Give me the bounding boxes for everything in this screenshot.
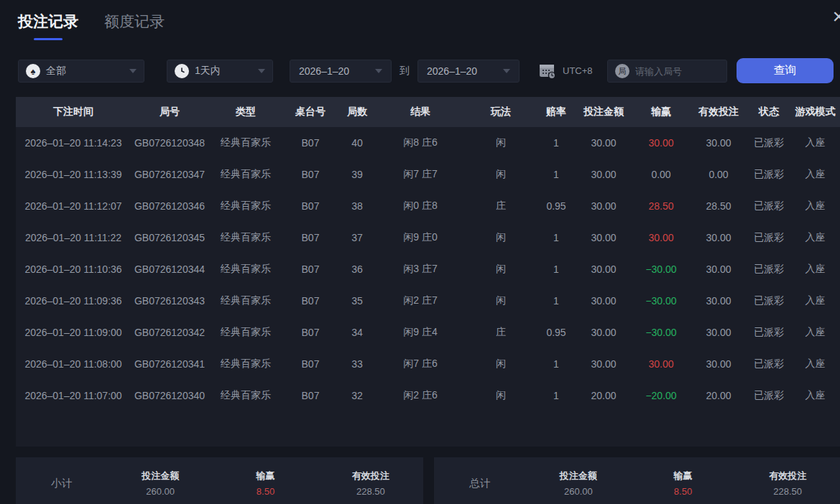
round-icon: 局 (615, 64, 629, 78)
spade-icon: ♠ (26, 64, 40, 78)
cell-game-type: 经典百家乐 (208, 231, 283, 244)
cell-bet-amount: 30.00 (575, 263, 632, 275)
cell-round-count: 33 (338, 358, 377, 370)
cell-bet-time: 2026–01–20 11:08:00 (16, 358, 131, 370)
cell-bet-amount: 30.00 (575, 169, 632, 180)
clock-icon (175, 64, 189, 78)
cell-status: 已派彩 (747, 136, 790, 149)
cell-odds: 1 (537, 390, 575, 401)
cell-result: 闲2 庄6 (377, 389, 464, 402)
cell-round-no: GB0726120346 (131, 200, 208, 212)
cell-valid-bet: 30.00 (690, 295, 747, 307)
cell-game-type: 经典百家乐 (208, 263, 283, 276)
cell-game-mode: 入座 (790, 263, 840, 276)
subtotal-valid-bet: 有效投注 228.50 (318, 470, 423, 497)
cell-odds: 1 (537, 295, 575, 307)
cell-valid-bet: 0.00 (690, 169, 747, 180)
cell-table-no: B07 (283, 232, 338, 243)
tab-bet-records[interactable]: 投注记录 (18, 11, 78, 40)
column-header: 赔率 (537, 106, 575, 118)
cell-game-type: 经典百家乐 (208, 326, 283, 339)
cell-game-mode: 入座 (790, 136, 840, 149)
game-type-dropdown[interactable]: ♠ 全部 (18, 60, 144, 83)
subtotal-bet-label: 投注金额 (108, 470, 213, 482)
cell-bet-amount: 30.00 (575, 358, 632, 370)
cell-bet-amount: 30.00 (575, 327, 632, 338)
cell-table-no: B07 (283, 327, 338, 338)
query-button[interactable]: 查询 (737, 58, 834, 83)
calendar-clock-icon[interactable] (537, 61, 556, 80)
round-number-field: 局 (607, 60, 727, 83)
column-header: 类型 (208, 106, 283, 118)
cell-valid-bet: 20.00 (690, 390, 747, 401)
tab-bar: 投注记录 额度记录 (18, 11, 165, 40)
bet-records-table: 下注时间局号类型桌台号局数结果玩法赔率投注金额输赢有效投注状态游戏模式 2026… (16, 97, 840, 447)
cell-result: 闲7 庄7 (377, 168, 464, 181)
cell-result: 闲9 庄0 (377, 231, 464, 244)
column-header: 下注时间 (16, 106, 131, 118)
column-header: 有效投注 (690, 106, 747, 118)
cell-play: 闲 (464, 136, 537, 149)
cell-table-no: B07 (283, 263, 338, 275)
cell-round-count: 40 (338, 137, 377, 149)
subtotal-panel: 小计 投注金额 260.00 输赢 8.50 有效投注 228.50 (16, 457, 423, 504)
cell-round-count: 37 (338, 232, 377, 243)
timezone-label: UTC+8 (563, 65, 593, 76)
total-winloss: 输赢 8.50 (631, 470, 736, 497)
cell-bet-amount: 20.00 (575, 390, 632, 401)
date-from-picker[interactable]: 2026–1–20 (290, 60, 392, 83)
cell-round-no: GB0726120342 (131, 327, 208, 338)
cell-round-no: GB0726120341 (131, 358, 208, 370)
cell-game-mode: 入座 (790, 389, 840, 402)
cell-play: 闲 (464, 358, 537, 370)
column-header: 输赢 (632, 106, 690, 118)
cell-valid-bet: 28.50 (690, 200, 747, 212)
cell-bet-amount: 30.00 (575, 137, 632, 149)
cell-valid-bet: 30.00 (690, 327, 747, 338)
round-number-input[interactable] (635, 66, 714, 77)
cell-bet-time: 2026–01–20 11:13:39 (16, 169, 131, 180)
total-winloss-label: 输赢 (631, 470, 736, 482)
cell-winloss: 30.00 (632, 137, 690, 149)
cell-round-count: 38 (338, 200, 377, 212)
date-to-value: 2026–1–20 (427, 65, 477, 77)
cell-bet-time: 2026–01–20 11:14:23 (16, 137, 131, 149)
tab-quota-records[interactable]: 额度记录 (104, 11, 165, 40)
cell-winloss: −20.00 (632, 390, 690, 401)
cell-game-mode: 入座 (790, 168, 840, 181)
cell-round-no: GB0726120345 (131, 232, 208, 243)
time-range-dropdown[interactable]: 1天内 (167, 60, 273, 83)
cell-odds: 1 (537, 263, 575, 275)
cell-play: 闲 (464, 231, 537, 244)
cell-status: 已派彩 (747, 389, 790, 402)
column-header: 状态 (747, 106, 790, 118)
cell-winloss: 28.50 (632, 200, 690, 212)
cell-winloss: −30.00 (632, 295, 690, 307)
date-to-label: 到 (400, 65, 410, 78)
cell-status: 已派彩 (747, 294, 790, 307)
subtotal-bet-value: 260.00 (108, 486, 213, 497)
table-row: 2026–01–20 11:09:00 GB0726120342 经典百家乐 B… (16, 317, 840, 348)
total-winloss-value: 8.50 (631, 486, 736, 497)
close-icon[interactable]: × (832, 6, 840, 27)
cell-table-no: B07 (283, 295, 338, 307)
date-to-picker[interactable]: 2026–1–20 (417, 60, 520, 83)
cell-bet-time: 2026–01–20 11:07:00 (16, 390, 131, 401)
cell-bet-time: 2026–01–20 11:09:36 (16, 295, 131, 307)
subtotal-winloss-label: 输赢 (213, 470, 318, 482)
total-bet-label: 投注金额 (526, 470, 631, 482)
cell-bet-time: 2026–01–20 11:09:00 (16, 327, 131, 338)
total-valid-value: 228.50 (735, 486, 840, 497)
cell-round-no: GB0726120347 (131, 169, 208, 180)
total-title: 总计 (434, 477, 526, 490)
subtotal-winloss-value: 8.50 (213, 486, 318, 497)
time-range-value: 1天内 (195, 65, 221, 78)
chevron-down-icon (258, 69, 265, 73)
cell-status: 已派彩 (747, 263, 790, 276)
table-row: 2026–01–20 11:08:00 GB0726120341 经典百家乐 B… (16, 348, 840, 380)
cell-valid-bet: 30.00 (690, 232, 747, 243)
cell-game-type: 经典百家乐 (208, 294, 283, 307)
column-header: 游戏模式 (790, 106, 840, 118)
cell-winloss: −30.00 (632, 327, 690, 338)
cell-game-type: 经典百家乐 (208, 136, 283, 149)
